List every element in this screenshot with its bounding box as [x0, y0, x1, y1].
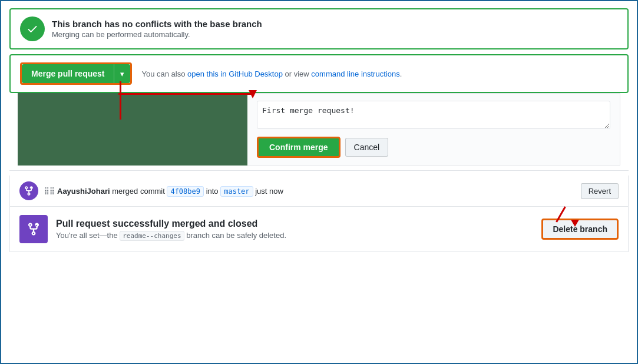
confirm-left-bg — [18, 93, 247, 166]
commit-time: just now — [255, 187, 283, 196]
red-arrow-horizontal — [118, 93, 251, 95]
checkmark-icon — [20, 16, 45, 41]
branch-badge[interactable]: master — [220, 186, 253, 197]
no-conflicts-section: This branch has no conflicts with the ba… — [9, 8, 629, 49]
squiggly-icon: ⣿⣿ — [44, 187, 55, 195]
success-text: Pull request successfully merged and clo… — [56, 219, 541, 240]
confirm-right-panel: First merge request! Confirm merge Cance… — [247, 93, 620, 166]
confirm-section-wrapper: First merge request! Confirm merge Cance… — [9, 93, 629, 166]
merge-button-group: Merge pull request ▾ — [20, 62, 132, 85]
merge-pull-request-button[interactable]: Merge pull request — [22, 64, 114, 83]
confirm-actions: Confirm merge Cancel — [257, 137, 610, 158]
no-conflicts-text: This branch has no conflicts with the ba… — [52, 19, 262, 39]
red-arrow-to-delete-tip — [571, 220, 579, 227]
success-section: Pull request successfully merged and clo… — [9, 207, 629, 252]
merge-section: Merge pull request ▾ You can also open t… — [9, 54, 629, 93]
success-subtitle: You're all set—the readme--changes branc… — [56, 231, 541, 240]
commit-hash-badge[interactable]: 4f08be9 — [167, 186, 204, 197]
success-title: Pull request successfully merged and clo… — [56, 219, 541, 229]
github-desktop-link[interactable]: open this in GitHub Desktop — [187, 70, 283, 78]
branch-code: readme--changes — [120, 231, 184, 241]
no-conflicts-title: This branch has no conflicts with the ba… — [52, 19, 262, 29]
merge-dropdown-button[interactable]: ▾ — [114, 64, 130, 83]
confirm-merge-button[interactable]: Confirm merge — [257, 137, 341, 158]
commit-info-text: AayushiJohari merged commit 4f08be9 into… — [57, 187, 581, 196]
commit-username: AayushiJohari — [57, 187, 110, 196]
user-avatar — [19, 181, 38, 200]
main-wrapper: This branch has no conflicts with the ba… — [1, 8, 637, 252]
merge-side-text: You can also open this in GitHub Desktop… — [141, 70, 402, 78]
red-arrow-tip — [249, 90, 257, 98]
command-line-link[interactable]: command line instructions — [311, 70, 399, 78]
confirm-section: First merge request! Confirm merge Cance… — [18, 93, 620, 166]
no-conflicts-subtitle: Merging can be performed automatically. — [52, 30, 262, 39]
delete-branch-button[interactable]: Delete branch — [541, 219, 619, 240]
success-section-wrapper: Pull request successfully merged and clo… — [1, 207, 637, 252]
merge-message-input[interactable]: First merge request! — [257, 101, 610, 129]
cancel-button[interactable]: Cancel — [345, 138, 389, 157]
red-arrow-vertical — [120, 81, 121, 120]
dropdown-arrow-icon: ▾ — [120, 70, 124, 78]
revert-button[interactable]: Revert — [581, 183, 619, 199]
divider-1 — [9, 170, 629, 171]
merged-commit-section: ⣿⣿ AayushiJohari merged commit 4f08be9 i… — [9, 176, 629, 207]
git-merge-icon-purple — [19, 215, 48, 243]
